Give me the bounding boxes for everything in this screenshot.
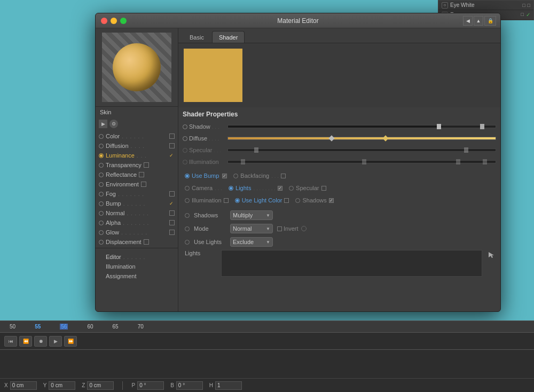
prop-check-environment[interactable] [141,182,146,187]
prop-check-glow[interactable] [169,230,175,235]
prop-check-color[interactable] [169,134,175,139]
prop-environment[interactable]: Environment [96,179,178,189]
specular-handle1[interactable] [254,147,258,153]
illumination-opt-item[interactable]: Illumination [185,197,229,203]
lights-box[interactable] [221,250,482,277]
prop-normal[interactable]: Normal . . . . . . [96,208,178,218]
camera-item[interactable]: Camera . . . [185,185,222,191]
prop-luminance[interactable]: Luminance . . . ✓ [96,151,178,160]
nav-lock[interactable]: 🔒 [484,16,496,26]
shadows-opt-radio[interactable] [295,198,300,203]
shadow-handle1[interactable] [437,124,441,129]
shadow-radio[interactable] [183,124,187,129]
specular-radio[interactable] [183,148,187,153]
prop-displacement[interactable]: Displacement [96,237,178,247]
prop-diffusion[interactable]: Diffusion . . . . [96,141,178,151]
camera-radio[interactable] [185,186,190,191]
coord-y-input[interactable] [49,381,75,390]
tab-shader[interactable]: Shader [212,31,245,43]
specular-slider[interactable] [227,146,496,154]
prop-assignment[interactable]: Assignment [96,271,178,281]
illum-handle1[interactable] [241,159,245,164]
prop-check-diffusion[interactable] [169,143,175,148]
prop-bump[interactable]: Bump . . . . . . ✓ [96,199,178,208]
shadows-opt-item[interactable]: Shadows [295,197,333,203]
maximize-button[interactable] [120,18,127,24]
use-light-color-radio[interactable] [235,198,240,203]
sidebar-gear-btn[interactable]: ⚙ [109,120,118,128]
illum-handle4[interactable] [483,159,487,164]
lights-check[interactable] [278,186,282,191]
btn-stop[interactable]: ⏺ [34,336,47,347]
shadow-slider[interactable] [227,123,496,130]
shadow-handle2[interactable] [480,124,484,129]
prop-check-alpha[interactable] [169,220,175,225]
prop-check-displacement[interactable] [144,239,149,245]
prop-color[interactable]: Color . . . . . . [96,131,178,141]
backfacing-check[interactable] [281,174,286,178]
coord-b-input[interactable] [176,381,203,390]
btn-to-start[interactable]: ⏮ [4,336,17,347]
diffuse-label-text: Diffuse [189,135,207,142]
illumination-opt-radio[interactable] [185,198,190,203]
shadows-dropdown[interactable]: Multiply ▼ [230,210,273,220]
prop-reflectance[interactable]: Reflectance [96,170,178,179]
shadows-opt-check[interactable] [329,198,334,203]
prop-illumination-sub[interactable]: Illumination [96,262,178,271]
shadows-dd-radio[interactable] [185,213,190,218]
illumination-slider[interactable] [227,158,496,166]
layer-item-eye-white[interactable]: ○ Eye White □ □ [438,1,533,10]
specular-handle2[interactable] [464,147,468,153]
btn-prev-frame[interactable]: ⏪ [19,336,32,347]
diffuse-radio[interactable] [183,136,187,141]
btn-play[interactable]: ▶ [49,336,62,347]
material-sidebar: Skin ▶ ⚙ Color . . . . . . Diffusion . .… [96,28,178,311]
illumination-radio[interactable] [183,160,187,164]
btn-next-frame[interactable]: ⏩ [64,336,77,347]
sidebar-arrow-btn[interactable]: ▶ [99,120,107,128]
invert-radio[interactable] [301,226,307,231]
use-light-color-check[interactable] [284,198,289,203]
use-light-color-item[interactable]: Use Light Color [235,197,289,203]
tab-basic[interactable]: Basic [183,31,211,43]
use-bump-item[interactable]: Use Bump [185,173,227,179]
backfacing-item[interactable]: Backfacing . . . [233,173,286,179]
lights-radio[interactable] [229,186,233,191]
ruler-marks: 50 55 56 60 65 70 [10,324,144,330]
lights-cursor-icon[interactable] [486,250,496,260]
prop-check-normal[interactable] [169,210,175,216]
prop-alpha[interactable]: Alpha . . . . . . . [96,218,178,228]
backfacing-radio[interactable] [233,174,238,178]
lights-item[interactable]: Lights . . . . . . . . [229,185,282,191]
diffuse-slider[interactable] [227,135,496,142]
coord-z-input[interactable] [87,381,114,390]
prop-check-fog[interactable] [169,191,175,197]
prop-editor[interactable]: Editor . . . . . . [96,252,178,262]
invert-check[interactable] [277,226,282,231]
illum-handle3[interactable] [456,159,460,164]
prop-label-editor: Editor [106,254,121,260]
use-bump-radio[interactable] [185,174,190,178]
coord-x-input[interactable] [10,381,37,390]
specular-opt-item[interactable]: Specular [289,185,326,191]
prop-glow[interactable]: Glow . . . . . . . [96,228,178,237]
mode-dropdown[interactable]: Normal ▼ [230,224,273,233]
close-button[interactable] [101,18,107,24]
specular-opt-check[interactable] [321,186,326,191]
prop-transparency[interactable]: Transparency [96,160,178,170]
use-lights-radio[interactable] [185,240,190,245]
illum-handle2[interactable] [362,159,366,164]
nav-left[interactable]: ◀ [463,16,473,26]
prop-check-reflectance[interactable] [139,172,144,177]
use-bump-check[interactable] [222,174,227,178]
coord-p-input[interactable] [137,381,164,390]
specular-opt-radio[interactable] [289,186,294,191]
use-lights-dropdown[interactable]: Exclude ▼ [230,237,273,247]
mode-dd-radio[interactable] [185,226,190,231]
minimize-button[interactable] [111,18,117,24]
nav-up[interactable]: ▲ [474,16,483,26]
prop-fog[interactable]: Fog . . . . . . . [96,189,178,199]
coord-h-input[interactable] [215,381,242,390]
illumination-opt-check[interactable] [224,198,229,203]
prop-check-transparency[interactable] [144,162,149,168]
